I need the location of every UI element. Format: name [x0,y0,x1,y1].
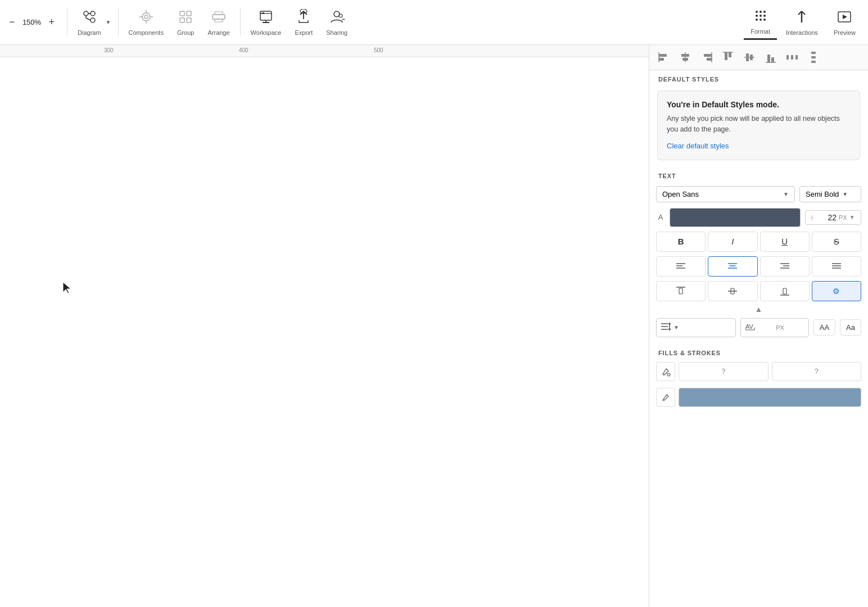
font-weight-select[interactable]: Semi Bold ▼ [799,186,861,202]
valign-bottom-button[interactable] [760,281,810,301]
align-top-edge-icon[interactable] [718,48,738,66]
align-left-edge-icon[interactable] [654,48,674,66]
distribute-v-icon[interactable] [803,48,824,66]
fills-strokes-section-header: FILLS & STROKES [649,344,868,360]
diagram-dropdown-arrow[interactable]: ▼ [106,19,111,25]
preview-button[interactable]: Preview [827,6,862,39]
canvas-area[interactable]: 300 400 500 [0,45,649,607]
fill-value-1[interactable]: ? [679,362,768,381]
stroke-color-swatch[interactable] [679,388,861,407]
toolbar-right: Format Interactions Preview [744,4,862,40]
font-size-input[interactable] [816,213,837,222]
ruler-mark-500: 500 [374,47,383,53]
components-button[interactable]: Components [123,6,169,39]
svg-rect-54 [767,55,770,62]
stroke-pencil-button[interactable] [656,388,675,407]
letter-spacing-value[interactable] [758,323,774,332]
font-weight-value: Semi Bold [806,190,839,198]
align-center-button[interactable] [708,256,757,277]
workspace-label: Workspace [251,29,282,36]
svg-point-29 [760,11,762,13]
preview-icon [837,9,852,27]
underline-button[interactable]: U [760,232,810,252]
zoom-in-button[interactable]: + [46,14,58,30]
font-size-chevron[interactable]: ▼ [849,214,855,220]
collapse-arrow-icon[interactable]: ▲ [755,305,763,314]
text-section-header: TEXT [649,167,868,183]
preview-label: Preview [834,29,856,36]
letter-spacing-icon: AV [745,322,756,333]
align-center-h-icon[interactable] [675,48,695,66]
align-right-edge-icon[interactable] [697,48,717,66]
svg-point-1 [91,18,95,22]
default-styles-title: You're in Default Styles mode. [667,100,851,109]
zoom-out-button[interactable]: − [6,14,19,30]
align-justify-button[interactable] [812,256,861,277]
vertical-align-row: ⚙ [649,279,868,304]
fill-paint-button[interactable] [656,362,675,381]
horizontal-ruler: 300 400 500 [0,45,649,57]
italic-button[interactable]: I [708,232,757,252]
svg-rect-62 [811,52,816,54]
svg-point-36 [763,19,766,21]
diagram-button[interactable]: Diagram [72,6,107,39]
valign-top-button[interactable] [656,281,706,301]
text-color-swatch[interactable] [670,208,801,227]
svg-point-32 [763,11,766,13]
text-settings-button[interactable]: ⚙ [812,281,861,301]
line-spacing-select[interactable]: ▼ [656,318,736,337]
align-bottom-edge-icon[interactable] [761,48,781,66]
export-button[interactable]: Export [289,6,318,39]
bold-button[interactable]: B [656,232,706,252]
uppercase-button[interactable]: AA [813,319,835,336]
svg-point-6 [142,13,150,21]
sharing-icon [329,9,345,27]
toolbar-separator-2 [118,8,119,37]
svg-rect-16 [213,15,225,19]
align-right-button[interactable] [760,256,810,277]
letter-spacing-input[interactable]: AV PX [740,318,809,337]
align-left-button[interactable] [656,256,706,277]
strikethrough-button[interactable]: S [812,232,861,252]
svg-rect-48 [725,52,727,60]
workspace-button[interactable]: Workspace [245,6,287,39]
mouse-cursor [62,281,73,297]
svg-text:AV: AV [745,323,754,330]
default-styles-description: Any style you pick now will be applied t… [667,114,851,135]
workspace-icon [258,9,274,27]
format-button[interactable]: Format [744,4,777,40]
svg-point-0 [84,11,88,16]
lowercase-button[interactable]: Aa [840,319,861,336]
svg-rect-63 [811,56,816,58]
svg-rect-15 [187,18,191,22]
clear-default-styles-link[interactable]: Clear default styles [667,142,729,150]
svg-point-7 [144,15,148,19]
svg-line-4 [86,18,91,20]
text-align-row [649,254,868,279]
components-icon [138,9,154,27]
svg-point-33 [763,15,766,17]
svg-rect-19 [260,11,272,20]
export-icon [296,9,311,27]
font-family-select[interactable]: Open Sans ▼ [656,186,795,202]
valign-middle-button[interactable] [708,281,757,301]
fill-value-2[interactable]: ? [772,362,862,381]
svg-point-30 [756,15,758,17]
interactions-button[interactable]: Interactions [779,6,825,39]
distribute-h-icon[interactable] [782,48,802,66]
text-format-row: B I U S [649,229,868,254]
toolbar-left: − 150% + Diagram ▼ [6,6,744,39]
panel-tabs [649,45,868,70]
group-button[interactable]: Group [171,6,200,39]
zoom-level: 150% [20,18,44,26]
align-middle-v-icon[interactable] [739,48,760,66]
stroke-row [649,386,868,409]
font-family-chevron: ▼ [783,191,789,197]
svg-marker-88 [668,329,671,330]
arrange-button[interactable]: Arrange [202,6,235,39]
sharing-button[interactable]: Sharing [320,6,353,39]
diagram-icon [82,9,97,27]
collapse-row: ▲ [649,304,868,316]
svg-point-22 [261,12,263,13]
svg-rect-46 [707,58,712,61]
